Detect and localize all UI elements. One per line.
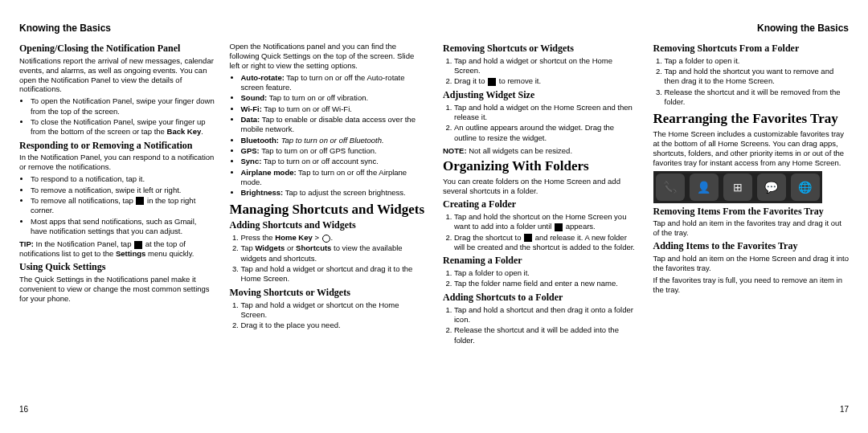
- h2-remove-fav: Removing Items From the Favorites Tray: [653, 206, 850, 218]
- body-text: Open the Notifications panel and you can…: [230, 42, 426, 71]
- h2-respond-remove-notif: Responding to or Removing a Notification: [19, 141, 215, 152]
- fav-messages-icon: 💬: [757, 174, 786, 201]
- list-item: To respond to a notification, tap it.: [31, 174, 215, 184]
- folder-icon: [524, 234, 532, 242]
- list-item: Auto-rotate: Tap to turn on or off the A…: [241, 73, 426, 93]
- h2-adding-shortcuts: Adding Shortcuts and Widgets: [230, 220, 426, 231]
- h2-moving-shortcuts: Moving Shortcuts or Widgets: [230, 288, 426, 299]
- settings-icon: [134, 241, 142, 249]
- h2-remove-from-folder: Removing Shortcuts From a Folder: [653, 43, 850, 55]
- page-right: Knowing the Basics Removing Shortcuts or…: [443, 22, 849, 414]
- col-r1: Removing Shortcuts or Widgets Tap and ho…: [443, 40, 639, 349]
- list-item: Tap Widgets or Shortcuts to view the ava…: [241, 243, 426, 263]
- list-item: Tap and hold the shortcut on the Home Sc…: [454, 212, 639, 232]
- body-text: If the favorites tray is full, you need …: [653, 276, 850, 295]
- list-item: Data: Tap to enable or disable data acce…: [241, 115, 426, 135]
- doc-spread: Knowing the Basics Opening/Closing the N…: [0, 0, 868, 433]
- h1-rearranging-favorites: Rearranging the Favorites Tray: [653, 111, 850, 127]
- page-number-left: 16: [19, 405, 28, 414]
- list-item: Press the Home Key > .: [241, 233, 426, 243]
- list-item: Bluetooth: Tap to turn on or off Bluetoo…: [241, 136, 426, 145]
- folder-icon: [555, 223, 563, 231]
- h1-managing-shortcuts: Managing Shortcuts and Widgets: [230, 202, 426, 218]
- list-item: Drag it to the place you need.: [241, 321, 426, 330]
- list-item: Tap and hold a widget or shortcut on the…: [241, 300, 426, 321]
- list-item: Tap a folder to open it.: [454, 268, 639, 278]
- header-right: Knowing the Basics: [443, 22, 849, 34]
- list-item: Release the shortcut and it will be adde…: [454, 325, 639, 345]
- note-text: NOTE: Not all widgets can be resized.: [443, 146, 639, 156]
- cols-right: Removing Shortcuts or Widgets Tap and ho…: [443, 40, 849, 349]
- list-item: Sync: Tap to turn on or off account sync…: [241, 157, 426, 166]
- list-item: Drag the shortcut to and release it. A n…: [454, 233, 639, 253]
- col-l2: Open the Notifications panel and you can…: [230, 40, 426, 334]
- body-text: You can create folders on the Home Scree…: [443, 177, 639, 196]
- fav-phone-icon: 📞: [656, 174, 685, 201]
- list-item: Release the shortcut and it will be remo…: [665, 88, 850, 108]
- body-text: Notifications report the arrival of new …: [19, 56, 215, 95]
- list-item: To remove a notification, swipe it left …: [31, 186, 215, 195]
- header-left: Knowing the Basics: [19, 22, 425, 34]
- list-item: Tap and hold a widget or shortcut on the…: [454, 56, 639, 76]
- h2-renaming-folder: Renaming a Folder: [443, 255, 639, 267]
- h2-creating-folder: Creating a Folder: [443, 199, 639, 210]
- h2-add-to-folder: Adding Shortcuts to a Folder: [443, 292, 639, 304]
- body-text: The Home Screen includes a customizable …: [653, 129, 850, 168]
- list-item: To remove all notifications, tap in the …: [31, 196, 215, 216]
- h2-adjust-widget: Adjusting Widget Size: [443, 90, 639, 101]
- h2-removing-shortcuts: Removing Shortcuts or Widgets: [443, 43, 639, 55]
- h1-organizing-folders: Organizing With Folders: [443, 158, 639, 174]
- favorites-tray-image: 📞 👤 ⊞ 💬 🌐: [653, 171, 822, 203]
- list-item: Tap the folder name field and enter a ne…: [454, 279, 639, 288]
- fav-apps-icon: ⊞: [723, 174, 752, 201]
- list-item: Most apps that send notifications, such …: [31, 217, 215, 237]
- list-item: GPS: Tap to turn on or off GPS function.: [241, 146, 426, 156]
- fav-contacts-icon: 👤: [690, 174, 719, 201]
- h2-quick-settings: Using Quick Settings: [19, 262, 215, 273]
- fav-browser-icon: 🌐: [791, 174, 820, 201]
- h2-open-close-notif: Opening/Closing the Notification Panel: [19, 43, 215, 55]
- cols-left: Opening/Closing the Notification Panel N…: [19, 40, 425, 334]
- apps-icon: [322, 235, 330, 243]
- list-item: Brightness: Tap to adjust the screen bri…: [241, 188, 426, 198]
- col-l1: Opening/Closing the Notification Panel N…: [19, 40, 215, 334]
- page-left: Knowing the Basics Opening/Closing the N…: [19, 22, 425, 414]
- list-item: Wi-Fi: Tap to turn on or off Wi-Fi.: [241, 104, 426, 114]
- tip-text: TIP: In the Notification Panel, tap at t…: [19, 239, 215, 259]
- list-item: To open the Notification Panel, swipe yo…: [31, 96, 215, 116]
- col-r2: Removing Shortcuts From a Folder Tap a f…: [653, 40, 850, 349]
- page-number-right: 17: [840, 405, 849, 414]
- body-text: Tap and hold an item in the favorites tr…: [653, 219, 850, 238]
- list-item: Drag it to to remove it.: [454, 76, 639, 86]
- list-item: Tap and hold a widget on the Home Screen…: [454, 103, 639, 123]
- body-text: Tap and hold an item on the Home Screen …: [653, 254, 850, 273]
- list-item: Airplane mode: Tap to turn on or off the…: [241, 168, 426, 188]
- list-item: Tap and hold a shortcut and then drag it…: [454, 305, 639, 325]
- list-item: To close the Notification Panel, swipe y…: [31, 117, 215, 137]
- body-text: The Quick Settings in the Notifications …: [19, 275, 215, 304]
- remove-all-icon: [136, 197, 144, 205]
- trash-icon: [488, 78, 496, 86]
- list-item: Tap and hold the shortcut you want to re…: [665, 67, 850, 87]
- list-item: Tap and hold a widget or shortcut and dr…: [241, 264, 426, 284]
- list-item: Tap a folder to open it.: [665, 56, 850, 66]
- h2-add-fav: Adding Items to the Favorites Tray: [653, 241, 850, 252]
- list-item: Sound: Tap to turn on or off vibration.: [241, 93, 426, 103]
- body-text: In the Notification Panel, you can respo…: [19, 153, 215, 172]
- list-item: An outline appears around the widget. Dr…: [454, 123, 639, 143]
